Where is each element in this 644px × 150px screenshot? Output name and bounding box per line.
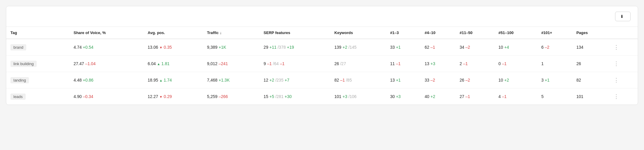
table-body: brand 4.74 +0.54 13.06 ▼ 0.35 9,389 +1K …: [6, 39, 638, 105]
col-traffic: Traffic ↓: [203, 27, 259, 39]
serp-slash: /64: [273, 61, 278, 66]
serp-value: 15: [264, 94, 268, 99]
r4-10-value: 40: [425, 94, 429, 99]
sov-cell: 4.74 +0.54: [69, 39, 144, 56]
serp-slash-change: +30: [285, 94, 292, 99]
r4-10-change: –2: [431, 78, 435, 82]
kw-slash: /145: [349, 45, 357, 50]
col-r1-3: #1–3: [386, 27, 420, 39]
traffic-change: –241: [219, 61, 228, 66]
row-menu-button[interactable]: ⋮: [612, 44, 620, 50]
r1-3-cell: 33 +1: [386, 39, 420, 56]
actions-cell[interactable]: ⋮: [608, 56, 638, 72]
r4-10-change: +2: [431, 94, 435, 99]
r1-3-change: +1: [396, 78, 401, 82]
avgpos-value: 13.06: [148, 45, 158, 50]
col-serp: SERP features: [259, 27, 330, 39]
col-keywords: Keywords: [330, 27, 386, 39]
traffic-cell: 5,259 –266: [203, 88, 259, 105]
tag-cell: link building: [6, 56, 69, 72]
r4-10-value: 33: [425, 78, 429, 82]
r1-3-change: –1: [396, 61, 401, 66]
col-tag: Tag: [6, 27, 69, 39]
r4-10-value: 62: [425, 45, 429, 50]
sov-cell: 27.47 –1.04: [69, 56, 144, 72]
r11-50-value: 2: [459, 61, 462, 66]
serp-slash-change: +7: [285, 78, 290, 82]
actions-cell[interactable]: ⋮: [608, 88, 638, 105]
r51-100-cell: 4 –1: [494, 88, 537, 105]
serp-change: –1: [267, 61, 272, 66]
pages-value: 101: [576, 94, 583, 99]
serp-cell: 9 –1 /64 –1: [259, 56, 330, 72]
col-r51-100: #51–100: [494, 27, 537, 39]
sov-value: 27.47: [74, 61, 84, 66]
r1-3-value: 30: [390, 94, 395, 99]
r11-50-cell: 34 –2: [455, 39, 494, 56]
tag-badge: link building: [10, 61, 37, 67]
row-menu-button[interactable]: ⋮: [612, 77, 620, 83]
actions-cell[interactable]: ⋮: [608, 39, 638, 56]
serp-change: +11: [270, 45, 277, 50]
sov-value: 4.74: [74, 45, 82, 50]
r1-3-change: +1: [396, 45, 401, 50]
tag-cell: leads: [6, 88, 69, 105]
table-row: leads 4.90 –0.34 12.27 ▼ 0.29 5,259 –266…: [6, 88, 638, 105]
kw-change: +2: [343, 45, 347, 50]
col-avgpos: Avg. pos.: [143, 27, 203, 39]
avgpos-change: 0.29: [164, 94, 172, 99]
col-r4-10: #4–10: [420, 27, 455, 39]
pages-value: 82: [576, 78, 581, 82]
r51-100-value: 10: [499, 45, 503, 50]
pages-cell: 26: [572, 56, 608, 72]
tag-badge: landing: [10, 77, 29, 83]
avgpos-change: 1.74: [164, 78, 172, 82]
traffic-cell: 9,012 –241: [203, 56, 259, 72]
pages-cell: 82: [572, 72, 608, 88]
keywords-cell: 26 /27: [330, 56, 386, 72]
r51-100-value: 10: [499, 78, 503, 82]
table-row: link building 27.47 –1.04 6.04 ▲ 1.81 9,…: [6, 56, 638, 72]
pages-value: 26: [576, 61, 581, 66]
serp-cell: 12 +2 /235 +7: [259, 72, 330, 88]
r101-value: 6: [541, 45, 544, 50]
avg-pos-arrow-down-icon: ▼: [159, 46, 162, 49]
r51-100-change: +2: [504, 78, 509, 82]
r4-10-change: +3: [431, 61, 435, 66]
r51-100-cell: 10 +2: [494, 72, 537, 88]
keywords-cell: 101 +3 /106: [330, 88, 386, 105]
r51-100-change: –1: [502, 94, 507, 99]
main-container: ⬇ Tag Share of Voice, % Avg. pos. Traffi…: [6, 6, 638, 105]
sov-cell: 4.48 +0.86: [69, 72, 144, 88]
serp-slash-change: –1: [280, 61, 285, 66]
sov-value: 4.48: [74, 78, 82, 82]
table-head: Tag Share of Voice, % Avg. pos. Traffic …: [6, 27, 638, 39]
traffic-change: +1K: [219, 45, 226, 50]
traffic-change: –266: [219, 94, 228, 99]
row-menu-button[interactable]: ⋮: [612, 61, 620, 67]
kw-value: 139: [335, 45, 341, 50]
export-button[interactable]: ⬇: [615, 12, 631, 21]
row-menu-button[interactable]: ⋮: [612, 94, 620, 100]
avgpos-cell: 6.04 ▲ 1.81: [143, 56, 203, 72]
avgpos-change: 1.81: [161, 61, 169, 66]
traffic-value: 9,389: [207, 45, 217, 50]
table-row: landing 4.48 +0.86 18.95 ▲ 1.74 7,468 +1…: [6, 72, 638, 88]
col-actions: [608, 27, 638, 39]
table-header: ⬇: [6, 6, 638, 27]
r51-100-cell: 0 –1: [494, 56, 537, 72]
keywords-cell: 82 –1 /85: [330, 72, 386, 88]
r51-100-value: 0: [499, 61, 501, 66]
tag-cell: landing: [6, 72, 69, 88]
serp-slash: /281: [275, 94, 283, 99]
avgpos-cell: 12.27 ▼ 0.29: [143, 88, 203, 105]
avgpos-cell: 13.06 ▼ 0.35: [143, 39, 203, 56]
sov-change: +0.86: [83, 78, 93, 82]
r1-3-change: +3: [396, 94, 401, 99]
actions-cell[interactable]: ⋮: [608, 72, 638, 88]
r101-cell: 6 –2: [537, 39, 572, 56]
r4-10-value: 13: [425, 61, 429, 66]
pages-cell: 134: [572, 39, 608, 56]
r1-3-value: 11: [390, 61, 395, 66]
tag-badge: brand: [10, 44, 26, 50]
